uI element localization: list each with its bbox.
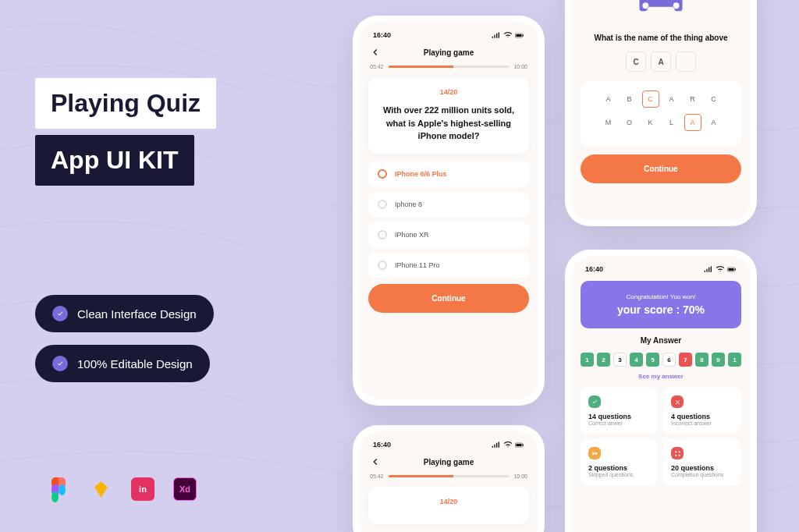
phone-keyboard: What is the name of the thing above C A … — [565, 0, 757, 226]
keyboard: A B C A R C M O K L A A — [581, 81, 741, 147]
status-bar: 16:40 — [359, 439, 538, 450]
continue-button[interactable]: Continue — [581, 154, 741, 183]
page-title: Playing game — [424, 458, 474, 466]
key[interactable]: M — [600, 114, 617, 131]
question-counter: 14/20 — [376, 88, 521, 96]
stat-card: 2 questionsSkipped questions — [581, 439, 658, 485]
status-bar: 16:40 — [571, 264, 751, 275]
svg-point-12 — [678, 454, 680, 456]
answer-num[interactable]: 8 — [695, 353, 708, 367]
answer-num[interactable]: 2 — [597, 353, 610, 367]
key[interactable]: K — [642, 114, 659, 131]
svg-rect-4 — [517, 444, 522, 446]
key[interactable]: O — [621, 114, 638, 131]
answer-num[interactable]: 6 — [662, 353, 676, 367]
feature-pill-2: 100% Editable Design — [35, 345, 210, 382]
stat-card: 4 questionsIncorrect answer — [663, 388, 740, 434]
svg-rect-7 — [729, 268, 734, 271]
key[interactable]: C — [642, 90, 659, 108]
key[interactable]: A — [663, 90, 680, 108]
sketch-icon — [89, 477, 112, 501]
xd-icon: Xd — [173, 477, 197, 501]
answer-num[interactable]: 5 — [646, 353, 659, 367]
key[interactable]: A — [684, 114, 701, 131]
answer-num[interactable]: 7 — [679, 353, 692, 367]
answer-numbers: 1234567891 — [571, 353, 751, 367]
tools-row: in Xd — [47, 477, 197, 501]
invision-icon: in — [131, 477, 154, 501]
svg-point-11 — [675, 454, 676, 456]
answer-option[interactable]: IPhone XR — [368, 222, 529, 247]
stat-card: 20 questionsCompletion questions — [663, 439, 740, 485]
answer-num[interactable]: 1 — [728, 353, 741, 367]
progress: 05:4210:00 — [359, 473, 538, 479]
answer-option[interactable]: IPhone 6/6 Plus — [368, 161, 529, 186]
answer-num[interactable]: 1 — [581, 353, 594, 367]
svg-rect-2 — [523, 34, 524, 36]
key[interactable]: L — [663, 114, 680, 131]
question-text: What is the name of the thing above — [571, 34, 751, 42]
answer-slots: C A — [571, 51, 751, 72]
key[interactable]: R — [684, 90, 701, 108]
answer-num[interactable]: 3 — [613, 353, 627, 367]
figma-icon — [47, 477, 70, 501]
check-icon — [52, 306, 68, 321]
car-icon — [630, 0, 692, 18]
phone-results: 16:40 Congratulation! You won!your score… — [565, 250, 757, 532]
congrats-banner: Congratulation! You won!your score : 70% — [581, 281, 741, 328]
headline-1: Playing Quiz — [35, 78, 216, 129]
key[interactable]: A — [600, 90, 617, 108]
back-icon[interactable] — [370, 47, 381, 58]
page-title: Playing game — [424, 48, 474, 57]
key[interactable]: B — [621, 90, 638, 108]
status-bar: 16:40 — [359, 30, 538, 41]
answer-option[interactable]: Iphone 8 — [368, 192, 529, 217]
svg-rect-1 — [517, 34, 522, 37]
my-answer-label: My Answer — [571, 336, 751, 345]
phone-quiz: 16:40 Playing game 05:4210:00 14/20With … — [353, 16, 545, 406]
headline-2: App UI KIT — [35, 135, 194, 186]
phone-quiz-image: 16:40 Playing game 05:4210:00 14/20 — [353, 425, 545, 532]
back-icon[interactable] — [370, 456, 381, 467]
svg-rect-8 — [735, 268, 736, 270]
stats-grid: 14 questionsCorrect anwer4 questionsInco… — [571, 388, 751, 485]
key[interactable]: A — [705, 114, 723, 131]
question-text: With over 222 million units sold, what i… — [376, 104, 521, 143]
question-counter: 14/20 — [376, 498, 521, 505]
answer-num[interactable]: 4 — [630, 353, 643, 367]
feature-pill-1: Clean Interface Design — [35, 295, 214, 332]
answer-option[interactable]: IPhone 11 Pro — [368, 253, 529, 278]
continue-button[interactable]: Continue — [368, 284, 529, 313]
svg-point-9 — [675, 451, 676, 452]
svg-rect-5 — [523, 444, 524, 445]
check-icon — [52, 356, 68, 371]
stat-card: 14 questionsCorrect anwer — [581, 388, 658, 434]
answer-num[interactable]: 9 — [712, 353, 725, 367]
key[interactable]: C — [705, 90, 723, 108]
svg-point-10 — [678, 451, 680, 452]
see-answer-link[interactable]: See my answer — [571, 373, 751, 380]
progress: 05:4210:00 — [359, 64, 538, 69]
